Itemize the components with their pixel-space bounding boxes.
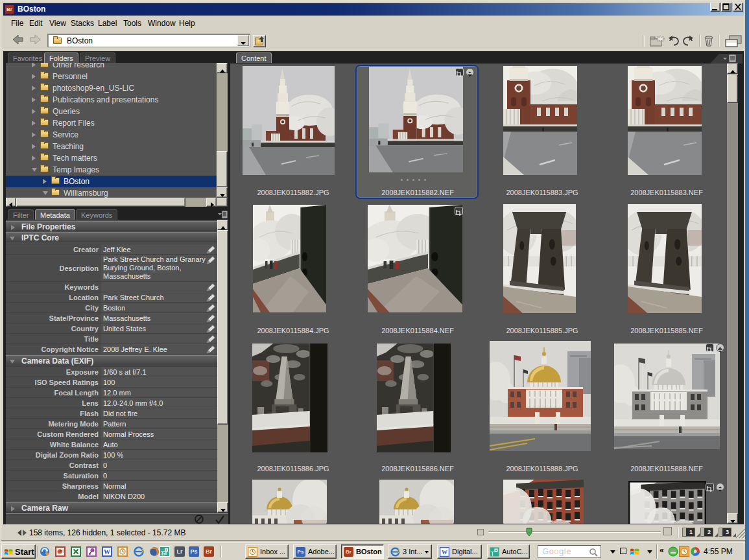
svg-text:W: W <box>442 549 447 555</box>
svg-text:LT: LT <box>161 552 166 556</box>
svg-text:W: W <box>104 548 110 555</box>
